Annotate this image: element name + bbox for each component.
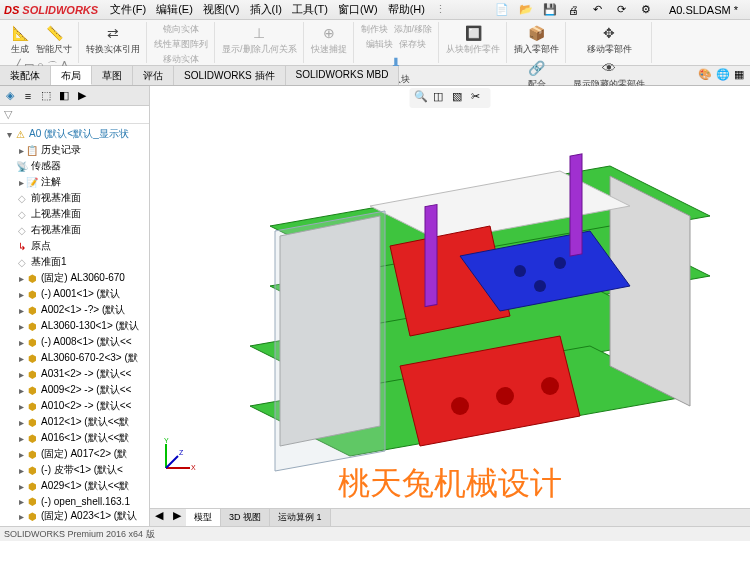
qat-print-icon[interactable]: 🖨: [565, 1, 583, 19]
tree-part-item[interactable]: ▸⬢(-) open_shell.163.1: [2, 494, 147, 508]
svg-line-23: [166, 456, 178, 468]
view-triad[interactable]: Y X Z: [158, 436, 198, 476]
menu-help[interactable]: 帮助(H): [384, 0, 429, 19]
tree-sensors[interactable]: 📡传感器: [2, 158, 147, 174]
tree-part-item[interactable]: ▸⬢A010<2> -> (默认<<: [2, 398, 147, 414]
vp-tab-3dview[interactable]: 3D 视图: [221, 509, 270, 526]
tree-part-item[interactable]: ▸⬢A009<2> -> (默认<<: [2, 382, 147, 398]
hu-section-icon[interactable]: ✂: [471, 90, 487, 106]
part-icon: ⬢: [26, 368, 38, 380]
rib-smartdim-button[interactable]: 📏智能尺寸: [34, 22, 74, 57]
tree-part-item[interactable]: ▸⬢(-) A004<1> (默认<<: [2, 524, 147, 526]
tree-origin[interactable]: ↳原点: [2, 238, 147, 254]
qat-new-icon[interactable]: 📄: [493, 1, 511, 19]
rib-pattern-button: 线性草图阵列: [152, 37, 210, 52]
feature-tree[interactable]: ▾⚠A0 (默认<默认_显示状 ▸📋历史记录 📡传感器 ▸📝注解 ◇前视基准面 …: [0, 124, 149, 526]
qat-save-icon[interactable]: 💾: [541, 1, 559, 19]
tree-part-item[interactable]: ▸⬢A002<1> -?> (默认: [2, 302, 147, 318]
tree-part-item[interactable]: ▸⬢(固定) AL3060-670: [2, 270, 147, 286]
vp-display-icon[interactable]: ▦: [734, 68, 744, 83]
tree-top-plane[interactable]: ◇上视基准面: [2, 206, 147, 222]
vp-appearance-icon[interactable]: 🎨: [698, 68, 712, 83]
vp-tab-motion[interactable]: 运动算例 1: [270, 509, 331, 526]
part-icon: ⬢: [26, 480, 38, 492]
menu-tools[interactable]: 工具(T): [288, 0, 332, 19]
tab-sketch[interactable]: 草图: [92, 66, 133, 85]
tree-part-item[interactable]: ▸⬢(-) A001<1> (默认: [2, 286, 147, 302]
tree-item-label: (-) A008<1> (默认<<: [41, 335, 132, 349]
rib-insertcomp-button[interactable]: 📦插入零部件: [512, 22, 561, 57]
rib-makeblock-button: 制作块: [359, 22, 390, 37]
tab-mbd[interactable]: SOLIDWORKS MBD: [286, 66, 400, 85]
tree-tab-feature-icon[interactable]: ◈: [2, 88, 18, 104]
tree-part-item[interactable]: ▸⬢(固定) A017<2> (默: [2, 446, 147, 462]
menu-overflow-icon[interactable]: ⋮: [435, 3, 446, 16]
tree-tab-display-icon[interactable]: ◧: [56, 88, 72, 104]
tree-part-item[interactable]: ▸⬢AL3060-130<1> (默认: [2, 318, 147, 334]
tree-item-label: (固定) A017<2> (默: [41, 447, 127, 461]
tree-part-item[interactable]: ▸⬢A012<1> (默认<<默: [2, 414, 147, 430]
hu-view-icon[interactable]: ◫: [433, 90, 449, 106]
tree-part-item[interactable]: ▸⬢AL3060-670-2<3> (默: [2, 350, 147, 366]
vp-tab-next-icon[interactable]: ▶: [168, 509, 186, 526]
tree-part-item[interactable]: ▸⬢(固定) A023<1> (默认: [2, 508, 147, 524]
part-icon: ⬢: [26, 272, 38, 284]
part-icon: ⬢: [26, 448, 38, 460]
rib-addremove-button: 添加/移除: [392, 22, 435, 37]
hu-zoom-icon[interactable]: 🔍: [414, 90, 430, 106]
part-icon: ⬢: [26, 464, 38, 476]
rib-convert-button[interactable]: ⇄转换实体引用: [84, 22, 142, 57]
svg-marker-5: [610, 176, 690, 406]
tree-front-plane[interactable]: ◇前视基准面: [2, 190, 147, 206]
tree-item-label: A010<2> -> (默认<<: [41, 399, 131, 413]
vp-scene-icon[interactable]: 🌐: [716, 68, 730, 83]
graphics-viewport[interactable]: 🔍 ◫ ▧ ✂: [150, 86, 750, 526]
tab-assembly[interactable]: 装配体: [0, 66, 51, 85]
tree-root[interactable]: ▾⚠A0 (默认<默认_显示状: [2, 126, 147, 142]
tree-history[interactable]: ▸📋历史记录: [2, 142, 147, 158]
qat-undo-icon[interactable]: ↶: [589, 1, 607, 19]
vp-tab-model[interactable]: 模型: [186, 509, 221, 526]
tree-item-label: A002<1> -?> (默认: [41, 303, 125, 317]
tree-annotations[interactable]: ▸📝注解: [2, 174, 147, 190]
filter-icon[interactable]: ▽: [4, 108, 12, 121]
tree-part-item[interactable]: ▸⬢A029<1> (默认<<默: [2, 478, 147, 494]
tree-item-label: (-) A004<1> (默认<<: [41, 525, 132, 526]
tree-item-label: (固定) AL3060-670: [41, 271, 125, 285]
tab-layout[interactable]: 布局: [51, 66, 92, 85]
document-title: A0.SLDASM *: [661, 4, 746, 16]
svg-point-10: [496, 387, 514, 405]
menu-edit[interactable]: 编辑(E): [152, 0, 197, 19]
menu-view[interactable]: 视图(V): [199, 0, 244, 19]
tree-tab-property-icon[interactable]: ≡: [20, 88, 36, 104]
part-icon: ⬢: [26, 320, 38, 332]
tree-item-label: (-) A001<1> (默认: [41, 287, 120, 301]
qat-options-icon[interactable]: ⚙: [637, 1, 655, 19]
tree-forward-icon[interactable]: ▶: [74, 88, 90, 104]
viewport-tabs: ◀ ▶ 模型 3D 视图 运动算例 1: [150, 508, 750, 526]
tree-part-item[interactable]: ▸⬢(-) A008<1> (默认<<: [2, 334, 147, 350]
part-icon: ⬢: [26, 495, 38, 507]
part-icon: ⬢: [26, 288, 38, 300]
qat-rebuild-icon[interactable]: ⟳: [613, 1, 631, 19]
rib-create-button[interactable]: 📐生成: [8, 22, 32, 57]
tree-right-plane[interactable]: ◇右视基准面: [2, 222, 147, 238]
menu-insert[interactable]: 插入(I): [246, 0, 286, 19]
menu-window[interactable]: 窗口(W): [334, 0, 382, 19]
rib-movecomp-button[interactable]: ✥移动零部件: [585, 22, 634, 57]
rib-saveblock-button: 保存块: [397, 37, 428, 52]
qat-open-icon[interactable]: 📂: [517, 1, 535, 19]
tree-part-item[interactable]: ▸⬢(-) 皮带<1> (默认<: [2, 462, 147, 478]
tree-item-label: (-) 皮带<1> (默认<: [41, 463, 123, 477]
part-icon: ⬢: [26, 304, 38, 316]
hu-display-icon[interactable]: ▧: [452, 90, 468, 106]
part-icon: ⬢: [26, 510, 38, 522]
tab-evaluate[interactable]: 评估: [133, 66, 174, 85]
tree-plane1[interactable]: ◇基准面1: [2, 254, 147, 270]
vp-tab-prev-icon[interactable]: ◀: [150, 509, 168, 526]
tab-addins[interactable]: SOLIDWORKS 插件: [174, 66, 286, 85]
tree-part-item[interactable]: ▸⬢A031<2> -> (默认<<: [2, 366, 147, 382]
menu-file[interactable]: 文件(F): [106, 0, 150, 19]
tree-tab-config-icon[interactable]: ⬚: [38, 88, 54, 104]
tree-part-item[interactable]: ▸⬢A016<1> (默认<<默: [2, 430, 147, 446]
